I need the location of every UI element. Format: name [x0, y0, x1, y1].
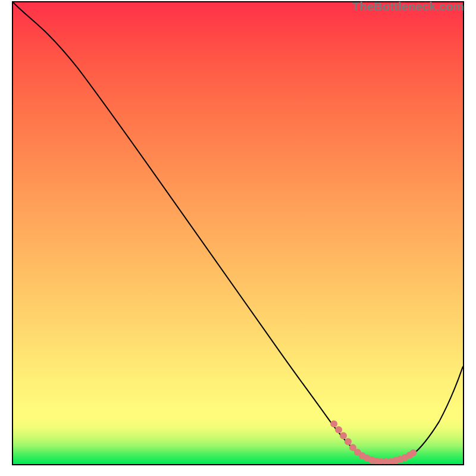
svg-point-17 — [409, 449, 416, 456]
chart-container: TheBottleneck.com — [0, 0, 476, 476]
svg-point-2 — [340, 432, 347, 439]
svg-point-3 — [345, 438, 352, 445]
watermark-label: TheBottleneck.com — [352, 0, 464, 14]
plot-area — [12, 1, 464, 465]
svg-point-1 — [335, 426, 342, 433]
bottleneck-curve-line — [13, 2, 463, 462]
optimal-range-markers — [330, 420, 416, 464]
chart-svg — [13, 2, 463, 464]
svg-point-0 — [330, 420, 337, 427]
